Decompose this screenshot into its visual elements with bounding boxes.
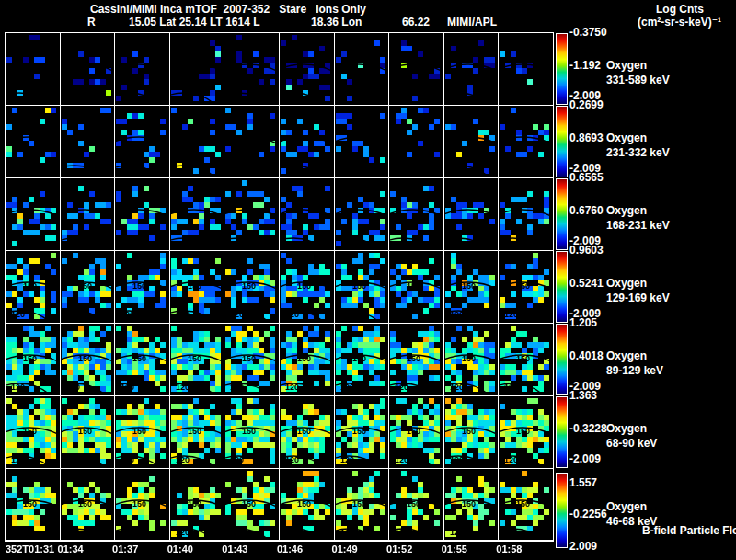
energy-band-label: 129-169 keV [606,292,670,303]
time-tick-label: 01:58 [496,544,522,554]
colorbar-tick-top: 1.205 [569,317,597,328]
species-label: Oxygen [606,205,647,216]
spectrogram-row [5,468,554,541]
energy-band-label: 168-231 keV [606,220,670,231]
species-label: Oxygen [606,423,647,434]
spectrogram-row [5,105,554,177]
colorbar-tick-mid: 0.6760 [569,205,604,216]
spectrogram-row [5,177,554,250]
colorbar-legend-title: Log Cnts [656,4,704,15]
ephemeris-item: MIMI/APL [447,17,497,28]
plot-stage: Cassini/MIMI Inca mTOF 2007-352 Stare Io… [0,0,736,560]
colorbar-tick-mid: -1.192 [569,60,601,71]
colorbar [556,324,568,395]
time-axis-line [5,540,554,542]
time-tick-label: 01:43 [222,544,247,554]
colorbar-tick-top: -0.3750 [569,27,607,38]
colorbar-tick-top: 0.6565 [569,172,604,183]
colorbar [556,396,568,468]
colorbar-tick-mid: -0.3228 [569,423,607,434]
colorbar-tick-mid: 0.5241 [569,278,604,289]
time-tick-label: 01:55 [442,544,467,554]
colorbar-tick-bottom: -2.009 [569,453,601,464]
colorbar [556,251,568,323]
ephemeris-item: R [87,17,96,28]
species-label: Oxygen [606,132,647,143]
time-tick-label: 01:34 [58,544,84,554]
colorbar-tick-mid: 0.4018 [569,350,604,361]
spectrogram-row [5,250,554,323]
ephemeris-item: 18.36 Lon [311,17,362,28]
energy-band-label: 89-129 keV [606,365,663,376]
colorbar-legend-units: (cm²-sr-s-keV)⁻¹ [638,17,721,28]
species-label: Oxygen [606,60,647,71]
time-tick-label: 01:46 [277,544,303,554]
spectrogram-row [5,32,554,105]
colorbar [556,106,568,177]
time-tick-label: 01:49 [332,544,358,554]
colorbar-tick-bottom: 2.009 [569,541,597,552]
energy-band-label: 231-332 keV [606,147,670,158]
colorbar-tick-top: 0.9603 [569,245,604,256]
colorbar [556,33,568,105]
species-label: Oxygen [606,278,647,289]
ephemeris-item: 15.05 Lat 25.14 LT 1614 L [129,17,260,28]
time-tick-label: 352T01:31 [6,544,54,554]
spectrogram-row [5,323,554,395]
energy-band-label: 331-589 keV [606,74,670,86]
time-tick-label: 01:52 [386,544,412,554]
colorbar-tick-top: 1.363 [569,390,597,401]
colorbar-tick-top: 1.557 [569,477,597,488]
spectrogram-row [5,395,554,468]
colorbar-tick-top: 0.2699 [569,99,604,110]
energy-band-label: 68-90 keV [606,438,657,449]
time-tick-label: 01:40 [167,544,193,554]
species-label: Oxygen [606,350,647,361]
plot-title: Cassini/MIMI Inca mTOF 2007-352 Stare Io… [90,4,366,15]
colorbar-tick-mid: 0.8693 [569,132,604,143]
ephemeris-item: 66.22 [402,17,430,28]
time-tick-label: 01:37 [112,544,138,554]
bfield-footnote: B-field Particle Flow [642,525,736,536]
colorbar [556,178,568,250]
colorbar [556,473,568,548]
species-label: Oxygen [606,501,647,512]
colorbar-tick-mid: -0.2256 [569,509,607,520]
